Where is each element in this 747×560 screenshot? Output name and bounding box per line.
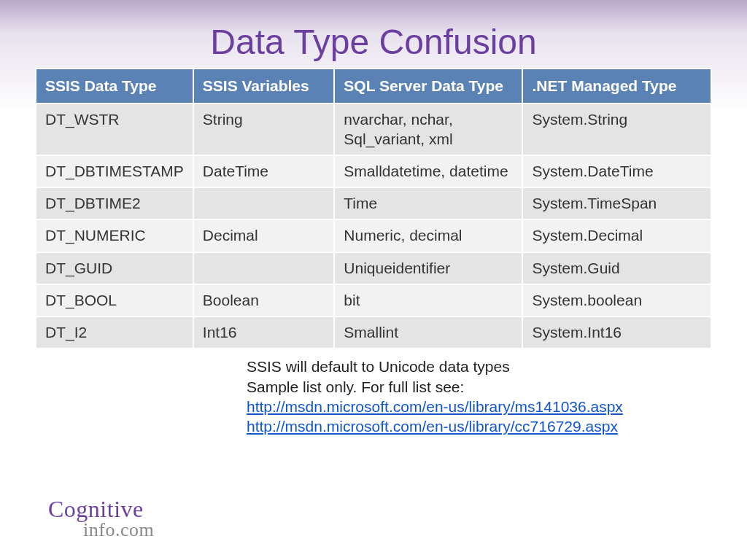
table-cell: Decimal [193,219,335,252]
table-cell: System.Guid [522,252,711,284]
note-line: SSIS will default to Unicode data types [247,357,712,376]
logo-line2: info.com [83,521,154,540]
table-cell: System.boolean [522,284,711,316]
table-row: DT_WSTR String nvarchar, nchar, Sql_vari… [36,104,711,155]
table-header: .NET Managed Type [522,69,711,104]
table-cell: nvarchar, nchar, Sql_variant, xml [334,104,522,155]
slide-title: Data Type Confusion [35,22,712,62]
table-cell: DT_I2 [36,316,193,349]
table-cell: System.TimeSpan [522,187,711,219]
table-cell: DateTime [193,155,335,187]
table-cell: String [193,104,335,155]
table-cell: Numeric, decimal [334,219,522,252]
table-cell: bit [334,284,522,316]
table-cell: Boolean [193,284,335,316]
table-cell: DT_BOOL [36,284,193,316]
table-cell: Smalldatetime, datetime [334,155,522,187]
table-row: DT_DBTIME2 Time System.TimeSpan [36,187,711,219]
table-cell [193,252,335,284]
table-header: SSIS Variables [193,69,335,104]
table-cell: Int16 [193,316,335,349]
table-cell: DT_DBTIMESTAMP [36,155,193,187]
brand-logo: Cognitive info.com [48,497,154,540]
datatype-table: SSIS Data Type SSIS Variables SQL Server… [35,68,712,349]
reference-link[interactable]: http://msdn.microsoft.com/en-us/library/… [247,418,618,435]
table-cell: System.DateTime [522,155,711,187]
table-cell: System.Int16 [522,316,711,349]
table-header-row: SSIS Data Type SSIS Variables SQL Server… [36,69,711,104]
table-header: SSIS Data Type [36,69,193,104]
table-header: SQL Server Data Type [334,69,522,104]
table-row: DT_I2 Int16 Smallint System.Int16 [36,316,711,349]
footer-notes: SSIS will default to Unicode data types … [247,357,712,436]
table-cell [193,187,335,219]
table-cell: DT_NUMERIC [36,219,193,252]
table-row: DT_NUMERIC Decimal Numeric, decimal Syst… [36,219,711,252]
table-cell: System.String [522,104,711,155]
table-row: DT_GUID Uniqueidentifier System.Guid [36,252,711,284]
note-line: Sample list only. For full list see: [247,377,712,397]
table-cell: DT_DBTIME2 [36,187,193,219]
table-cell: DT_GUID [36,252,193,284]
table-cell: DT_WSTR [36,104,193,155]
table-cell: Time [334,187,522,219]
table-row: DT_DBTIMESTAMP DateTime Smalldatetime, d… [36,155,711,187]
table-cell: Smallint [334,316,522,349]
table-cell: System.Decimal [522,219,711,252]
reference-link[interactable]: http://msdn.microsoft.com/en-us/library/… [247,398,623,415]
logo-line1: Cognitive [48,497,154,521]
table-cell: Uniqueidentifier [334,252,522,284]
table-row: DT_BOOL Boolean bit System.boolean [36,284,711,316]
